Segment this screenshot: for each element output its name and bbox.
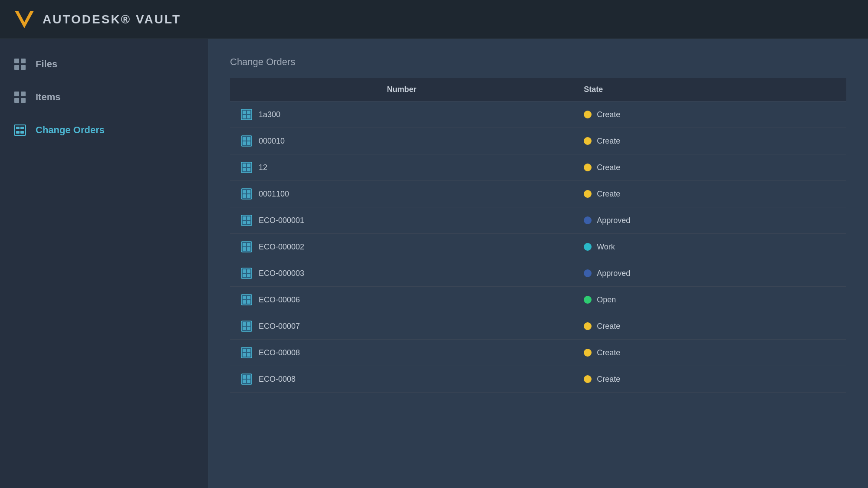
svg-rect-63: [247, 353, 250, 357]
table-body: 1a300Create 000010Create 12Create 000110…: [230, 102, 846, 393]
svg-rect-43: [247, 247, 250, 251]
state-label: Work: [597, 242, 615, 252]
row-number-value: ECO-00008: [259, 348, 300, 357]
svg-rect-13: [20, 131, 24, 134]
row-number-cell: 12: [230, 154, 573, 181]
svg-rect-22: [243, 141, 246, 145]
svg-rect-68: [247, 380, 250, 383]
svg-rect-16: [247, 111, 250, 114]
svg-rect-5: [14, 92, 19, 96]
table-row[interactable]: 0001100Create: [230, 181, 846, 207]
sidebar-item-items[interactable]: Items: [0, 81, 208, 114]
section-title: Change Orders: [230, 56, 846, 68]
state-label: Create: [597, 137, 620, 146]
sidebar-item-change-orders[interactable]: Change Orders: [0, 114, 208, 147]
table-row[interactable]: ECO-0008Create: [230, 366, 846, 393]
row-number-value: ECO-000001: [259, 216, 304, 225]
sidebar-item-files[interactable]: Files: [0, 48, 208, 81]
row-change-order-icon: [240, 320, 253, 332]
svg-rect-53: [247, 300, 250, 304]
row-state-cell: Open: [573, 287, 846, 313]
svg-rect-9: [14, 125, 26, 135]
state-label: Create: [597, 348, 620, 357]
svg-rect-21: [247, 137, 250, 141]
row-number-cell: 0001100: [230, 181, 573, 207]
table-row[interactable]: ECO-00008Create: [230, 340, 846, 366]
sidebar: Files Items: [0, 39, 208, 488]
state-dot: [584, 164, 592, 171]
svg-rect-56: [247, 322, 250, 326]
svg-rect-57: [243, 327, 246, 330]
row-state-cell: Create: [573, 313, 846, 340]
change-orders-icon: [13, 123, 27, 137]
state-dot: [584, 243, 592, 251]
svg-rect-18: [247, 115, 250, 118]
state-dot: [584, 322, 592, 330]
svg-rect-58: [247, 327, 250, 330]
content-area: Change Orders Number State 1a300Create 0…: [208, 39, 868, 488]
svg-rect-32: [243, 194, 246, 198]
svg-rect-12: [16, 131, 20, 134]
table-row[interactable]: ECO-000002Work: [230, 234, 846, 260]
svg-rect-8: [21, 98, 26, 103]
svg-rect-52: [243, 300, 246, 304]
row-state-cell: Create: [573, 340, 846, 366]
state-dot: [584, 349, 592, 357]
row-number-cell: ECO-0008: [230, 366, 573, 393]
table-row[interactable]: ECO-00007Create: [230, 313, 846, 340]
row-number-cell: ECO-00008: [230, 340, 573, 366]
row-number-cell: 000010: [230, 128, 573, 154]
row-change-order-icon: [240, 161, 253, 174]
row-number-cell: ECO-000002: [230, 234, 573, 260]
row-number-cell: ECO-00006: [230, 287, 573, 313]
svg-rect-4: [21, 65, 26, 70]
svg-rect-23: [247, 141, 250, 145]
svg-rect-67: [243, 380, 246, 383]
row-state-cell: Approved: [573, 260, 846, 287]
row-state-cell: Work: [573, 234, 846, 260]
table-row[interactable]: ECO-00006Open: [230, 287, 846, 313]
state-label: Create: [597, 375, 620, 384]
row-number-cell: ECO-000001: [230, 207, 573, 234]
svg-rect-11: [20, 127, 24, 129]
svg-marker-0: [15, 11, 34, 28]
svg-rect-36: [247, 216, 250, 220]
svg-rect-55: [243, 322, 246, 326]
state-label: Approved: [597, 216, 630, 225]
row-state-cell: Approved: [573, 207, 846, 234]
state-dot: [584, 137, 592, 145]
app-header: AUTODESK® VAULT: [0, 0, 868, 39]
svg-rect-20: [243, 137, 246, 141]
row-state-cell: Create: [573, 102, 846, 128]
table-row[interactable]: ECO-000001Approved: [230, 207, 846, 234]
table-row[interactable]: ECO-000003Approved: [230, 260, 846, 287]
svg-rect-65: [243, 375, 246, 379]
main-layout: Files Items: [0, 39, 868, 488]
row-number-value: ECO-000003: [259, 269, 304, 278]
row-state-cell: Create: [573, 366, 846, 393]
svg-rect-33: [247, 194, 250, 198]
row-number-value: 000010: [259, 137, 285, 146]
svg-rect-30: [243, 190, 246, 193]
state-label: Create: [597, 190, 620, 199]
state-dot: [584, 111, 592, 118]
svg-rect-28: [247, 168, 250, 171]
table-row[interactable]: 12Create: [230, 154, 846, 181]
svg-rect-46: [247, 269, 250, 273]
column-header-number: Number: [230, 78, 573, 102]
sidebar-files-label: Files: [36, 59, 57, 70]
svg-rect-10: [16, 127, 20, 129]
state-label: Create: [597, 163, 620, 172]
state-dot: [584, 216, 592, 224]
sidebar-items-label: Items: [36, 92, 60, 103]
svg-rect-25: [243, 164, 246, 167]
table-row[interactable]: 1a300Create: [230, 102, 846, 128]
svg-rect-42: [243, 247, 246, 251]
table-row[interactable]: 000010Create: [230, 128, 846, 154]
state-label: Create: [597, 110, 620, 119]
state-dot: [584, 296, 592, 304]
svg-rect-61: [247, 349, 250, 352]
svg-rect-47: [243, 274, 246, 277]
svg-rect-17: [243, 115, 246, 118]
svg-rect-26: [247, 164, 250, 167]
